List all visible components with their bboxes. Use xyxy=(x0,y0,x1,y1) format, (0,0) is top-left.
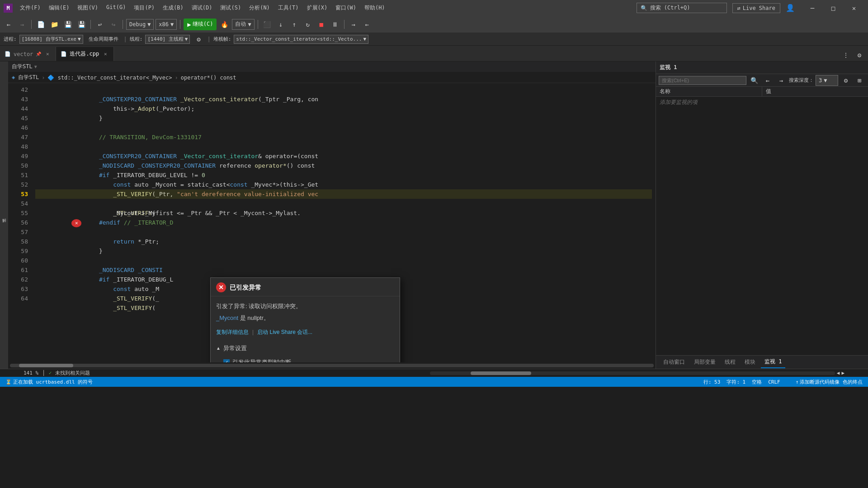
modules-tab[interactable]: 模块 xyxy=(741,357,759,368)
step-back-button[interactable]: ← xyxy=(361,19,373,30)
filter-button[interactable]: ⚙ xyxy=(193,33,204,45)
restart-button[interactable]: ↻ xyxy=(302,19,314,30)
stop-button[interactable]: ■ xyxy=(316,19,327,30)
menu-project[interactable]: 项目(P) xyxy=(130,3,158,13)
menu-analyze[interactable]: 分析(N) xyxy=(245,3,274,13)
step-over-button[interactable]: ⬛ xyxy=(261,19,273,30)
save-all-button[interactable]: 💾 xyxy=(75,19,87,30)
open-folder-button[interactable]: 📁 xyxy=(48,19,60,30)
platform-dropdown[interactable]: x86 ▼ xyxy=(156,19,177,30)
watch1-tab[interactable]: 监视 1 xyxy=(761,356,785,368)
close-button[interactable]: ✕ xyxy=(844,0,864,16)
code-line-57: return *_Ptr; xyxy=(35,227,652,237)
menu-view[interactable]: 视图(V) xyxy=(74,3,102,13)
iterator-tab-icon: 📄 xyxy=(61,51,67,57)
maximize-button[interactable]: □ xyxy=(823,0,844,16)
undo-button[interactable]: ↩ xyxy=(94,19,106,30)
status-spaces[interactable]: 空格 xyxy=(750,377,764,387)
threads-tab[interactable]: 线程 xyxy=(721,357,739,368)
toolbar-sep-4 xyxy=(180,20,180,29)
code-content[interactable]: _CONSTEXPR20_CONTAINER _Vector_const_ite… xyxy=(32,83,656,362)
forward-button[interactable]: → xyxy=(16,19,28,30)
step-out-button[interactable]: ↑ xyxy=(288,19,300,30)
step-into-button[interactable]: ↓ xyxy=(275,19,287,30)
status-char[interactable]: 字符: 1 xyxy=(725,377,747,387)
status-line[interactable]: 行: 53 xyxy=(702,377,722,387)
break-checkbox[interactable]: ✓ xyxy=(223,359,230,363)
depth-dropdown[interactable]: 3 ▼ xyxy=(816,75,838,86)
editor-bottom-status: 141 % │ ✓ 未找到相关问题 xyxy=(24,370,428,376)
tab-iterator[interactable]: 📄 迭代器.cpp ✕ xyxy=(56,47,114,61)
continue-button[interactable]: ▶ 继续(C) xyxy=(184,19,217,30)
lifecycle-button[interactable]: 生命周期事件 xyxy=(86,33,121,45)
title-search-box[interactable]: 🔍 搜索 (Ctrl+Q) xyxy=(637,3,727,13)
menu-git[interactable]: Git(G) xyxy=(103,3,129,13)
watch-prev-button[interactable]: ← xyxy=(762,75,774,86)
activity-item-0[interactable]: 解 xyxy=(0,213,8,217)
editor-scrollbar[interactable] xyxy=(430,371,835,375)
menu-extensions[interactable]: 扩展(X) xyxy=(303,3,331,13)
status-loading[interactable]: ⏳ 正在加载 ucrtbased.dll 的符号 xyxy=(4,377,94,387)
live-share-session-link[interactable]: 启动 Live Share 会话... xyxy=(257,328,312,337)
thread-dropdown[interactable]: [1440] 主线程 ▼ xyxy=(145,35,190,44)
tab-settings-button[interactable]: ⚙ xyxy=(854,49,865,61)
watch-filter-button[interactable]: ⚙ xyxy=(840,75,852,86)
menu-file[interactable]: 文件(F) xyxy=(16,3,44,13)
status-crlf[interactable]: CRLF xyxy=(766,377,782,387)
code-editor[interactable]: 42 43 44 45 46 47 48 49 50 51 52 53 54 5… xyxy=(8,83,656,362)
menu-build[interactable]: 生成(B) xyxy=(159,3,187,13)
account-icon[interactable]: 👤 xyxy=(786,4,795,12)
exception-settings-header[interactable]: ▲ 异常设置 xyxy=(216,343,394,353)
locals-tab[interactable]: 局部变量 xyxy=(690,357,719,368)
scroll-right-button[interactable]: ▶ xyxy=(841,370,844,376)
menu-debug[interactable]: 调试(D) xyxy=(188,3,216,13)
status-add-source[interactable]: ↑ 添加断源代码镜像 色的终点 xyxy=(794,377,864,387)
new-file-button[interactable]: 📄 xyxy=(35,19,47,30)
scroll-left-button[interactable]: ◀ xyxy=(837,370,840,376)
watch-search-icon[interactable]: 🔍 xyxy=(748,75,760,86)
menu-window[interactable]: 窗口(W) xyxy=(332,3,360,13)
tab-vector[interactable]: 📄 vector 📌 ✕ xyxy=(0,47,56,61)
code-line-44: } xyxy=(35,104,652,113)
auto-tab[interactable]: 自动窗口 xyxy=(660,357,689,368)
redo-button[interactable]: ↪ xyxy=(108,19,119,30)
watch-bottom-tabs: 自动窗口 局部变量 线程 模块 监视 1 xyxy=(656,355,868,369)
breadcrumb-item-2[interactable]: 🔷 std::_Vector_const_iterator<_Myvec> xyxy=(47,75,172,81)
watch-add-row[interactable]: 添加要监视的项 xyxy=(656,97,868,108)
copy-details-link[interactable]: 复制详细信息 xyxy=(216,328,249,337)
process-label: 进程: xyxy=(4,36,17,42)
code-line-58: } xyxy=(35,237,652,246)
toolbar-sep-5 xyxy=(258,20,258,29)
menu-edit[interactable]: 编辑(E) xyxy=(45,3,73,13)
tab-list-button[interactable]: ⋮ xyxy=(840,49,852,61)
breadcrumb-item-1[interactable]: ◈ 自学STL xyxy=(12,74,39,81)
menu-help[interactable]: 帮助(H) xyxy=(361,3,389,13)
watch-spacer xyxy=(656,226,868,355)
code-line-60: _NODISCARD _CONSTI xyxy=(35,256,652,265)
stack-dropdown[interactable]: std::_Vector_const_iterator<std::_Vecto.… xyxy=(234,35,368,44)
auto-dropdown[interactable]: 自动 ▼ xyxy=(232,19,254,30)
vector-tab-close[interactable]: ✕ xyxy=(44,51,51,58)
editor-scrollbar-thumb[interactable] xyxy=(471,371,531,375)
vector-tab-pin[interactable]: 📌 xyxy=(36,52,41,56)
process-dropdown[interactable]: [16808] 自学STL.exe ▼ xyxy=(19,35,83,44)
watch-search-input[interactable] xyxy=(659,76,746,85)
hot-reload-button[interactable]: 🔥 xyxy=(218,19,230,30)
menu-test[interactable]: 测试(S) xyxy=(217,3,245,13)
step-forward-button[interactable]: → xyxy=(348,19,359,30)
breadcrumb-item-3[interactable]: operator*() const xyxy=(181,75,236,81)
minimize-button[interactable]: ─ xyxy=(802,0,823,16)
scrollbar-thumb[interactable] xyxy=(19,364,73,367)
menu-tools[interactable]: 工具(T) xyxy=(274,3,302,13)
back-button[interactable]: ← xyxy=(3,19,14,30)
horizontal-scrollbar[interactable] xyxy=(8,362,656,369)
save-button[interactable]: 💾 xyxy=(62,19,74,30)
iterator-tab-close[interactable]: ✕ xyxy=(102,51,109,58)
watch-next-button[interactable]: → xyxy=(775,75,787,86)
exception-break-row: ✓ 引发此异常类型时中断 xyxy=(216,357,394,362)
live-share-button[interactable]: ⇄ Live Share xyxy=(732,3,780,13)
watch-expand-button[interactable]: ⊞ xyxy=(854,75,865,86)
pause-button[interactable]: ⏸ xyxy=(329,19,341,30)
debug-config-dropdown[interactable]: Debug ▼ xyxy=(126,19,154,30)
tab-bar-right: ⋮ ⚙ xyxy=(837,49,868,61)
